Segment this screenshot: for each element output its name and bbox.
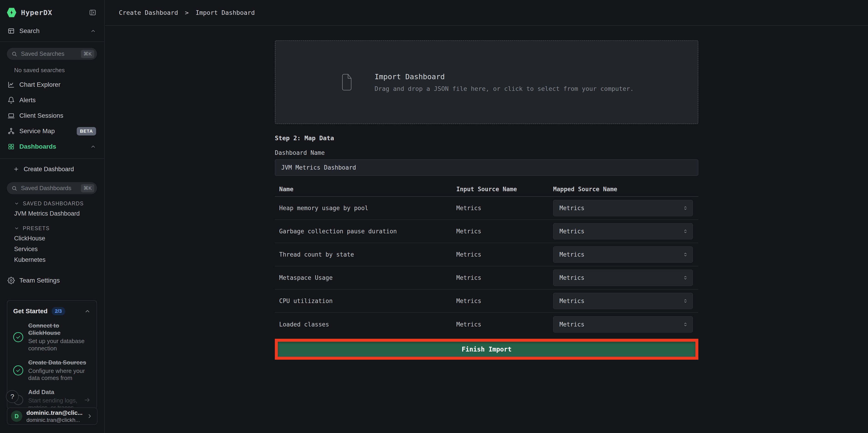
arrow-right-icon <box>84 397 91 403</box>
row-name: Loaded classes <box>275 321 456 328</box>
user-name: dominic.tran@clic... <box>26 409 87 416</box>
progress-badge: 2/3 <box>52 307 65 315</box>
mapped-source-select[interactable]: Metrics <box>553 200 693 216</box>
row-name: Thread count by state <box>275 251 456 258</box>
finish-import-button[interactable]: Finish Import <box>278 342 695 357</box>
preset-list-item[interactable]: Kubernetes <box>0 254 104 265</box>
breadcrumb-separator: > <box>185 9 189 16</box>
row-input-source: Metrics <box>456 228 553 235</box>
task-subtitle: Start sending logs, metrics, or traces <box>28 397 79 409</box>
selector-chevrons-icon <box>682 252 688 257</box>
sidebar-item-label: Dashboards <box>19 143 56 150</box>
chart-icon <box>7 81 15 88</box>
selector-chevrons-icon <box>682 275 688 281</box>
sidebar-item-chart-explorer[interactable]: Chart Explorer <box>0 77 104 92</box>
presets-group-header[interactable]: PRESETS <box>14 223 104 233</box>
table-header: Name Input Source Name Mapped Source Nam… <box>275 182 699 197</box>
chevron-right-icon <box>87 413 93 419</box>
sidebar-nav: Chart Explorer Alerts Client Sessions Se… <box>0 77 104 154</box>
app-root: HyperDX Search Saved Searches ⌘K No save… <box>0 0 868 433</box>
sidebar-item-search[interactable]: Search <box>0 25 104 37</box>
mapped-source-select[interactable]: Metrics <box>553 270 693 286</box>
get-started-item-connect[interactable]: Connect to ClickHouse Set up your databa… <box>13 322 91 352</box>
row-name: CPU utilization <box>275 298 456 304</box>
saved-dashboards-group-header[interactable]: SAVED DASHBOARDS <box>14 199 104 208</box>
select-value: Metrics <box>559 298 585 304</box>
check-circle-icon <box>13 332 23 342</box>
chevron-down-icon <box>14 226 19 231</box>
selector-chevrons-icon <box>682 228 688 234</box>
sidebar-item-service-map[interactable]: Service Map BETA <box>0 123 104 139</box>
service-map-icon <box>7 127 15 135</box>
dashboard-name-input[interactable]: JVM Metrics Dashboard <box>275 159 699 176</box>
preset-list-item[interactable]: Services <box>0 244 104 254</box>
chevron-up-icon[interactable] <box>90 144 96 150</box>
breadcrumb: Create Dashboard > Import Dashboard <box>119 9 255 16</box>
collapse-sidebar-icon[interactable] <box>89 9 97 17</box>
selector-chevrons-icon <box>682 321 688 328</box>
sidebar-item-label: Search <box>19 27 40 35</box>
chevron-up-icon[interactable] <box>84 308 91 314</box>
hyperdx-logo-icon <box>7 8 17 17</box>
chevron-up-icon[interactable] <box>90 28 96 34</box>
preset-list-item[interactable]: ClickHouse <box>0 233 104 244</box>
sidebar: HyperDX Search Saved Searches ⌘K No save… <box>0 0 105 433</box>
topbar: Create Dashboard > Import Dashboard <box>105 0 868 26</box>
table-row: Heap memory usage by pool Metrics Metric… <box>275 197 699 220</box>
file-icon <box>340 73 354 92</box>
dropzone-subtitle: Drag and drop a JSON file here, or click… <box>375 85 634 92</box>
sidebar-item-dashboards[interactable]: Dashboards <box>0 139 104 154</box>
no-saved-searches-text: No saved searches <box>14 67 104 74</box>
row-name: Garbage collection pause duration <box>275 228 456 235</box>
user-account-card[interactable]: D dominic.tran@clic... dominic.tran@clic… <box>7 407 97 425</box>
dashboard-list-item[interactable]: JVM Metrics Dashboard <box>0 208 104 219</box>
shortcut-badge: ⌘K <box>81 184 94 192</box>
table-row: Thread count by state Metrics Metrics <box>275 243 699 266</box>
table-row: Garbage collection pause duration Metric… <box>275 220 699 243</box>
table-row: Metaspace Usage Metrics Metrics <box>275 266 699 289</box>
plus-icon <box>13 166 19 172</box>
sidebar-item-label: Team Settings <box>19 277 60 284</box>
get-started-header: Get Started 2/3 <box>13 307 91 315</box>
get-started-item-add-data[interactable]: Add Data Start sending logs, metrics, or… <box>13 389 91 409</box>
mapped-source-select[interactable]: Metrics <box>553 246 693 263</box>
sidebar-item-team-settings[interactable]: Team Settings <box>0 273 104 288</box>
table-row: Loaded classes Metrics Metrics <box>275 313 699 336</box>
json-file-dropzone[interactable]: Import Dashboard Drag and drop a JSON fi… <box>275 40 699 124</box>
row-input-source: Metrics <box>456 274 553 281</box>
mapped-source-select[interactable]: Metrics <box>553 293 693 309</box>
column-header-name: Name <box>275 186 456 193</box>
divider <box>0 158 104 159</box>
help-button[interactable]: ? <box>6 390 19 403</box>
column-header-mapped-source: Mapped Source Name <box>553 186 699 193</box>
dashboard-name-value: JVM Metrics Dashboard <box>281 164 356 171</box>
select-value: Metrics <box>559 274 585 281</box>
sidebar-item-alerts[interactable]: Alerts <box>0 92 104 108</box>
row-name: Metaspace Usage <box>275 274 456 281</box>
user-email: dominic.tran@clickh... <box>26 417 87 423</box>
laptop-icon <box>7 112 15 119</box>
create-dashboard-button[interactable]: Create Dashboard <box>0 162 104 176</box>
saved-dashboards-placeholder: Saved Dashboards <box>21 185 81 192</box>
mapped-source-select[interactable]: Metrics <box>553 316 693 333</box>
selector-chevrons-icon <box>682 298 688 304</box>
dashboard-name-label: Dashboard Name <box>275 149 699 156</box>
check-circle-icon <box>13 365 23 375</box>
sidebar-item-client-sessions[interactable]: Client Sessions <box>0 108 104 123</box>
divider <box>0 41 104 42</box>
bell-icon <box>7 96 15 104</box>
source-mapping-table: Name Input Source Name Mapped Source Nam… <box>275 182 699 336</box>
breadcrumb-create-dashboard[interactable]: Create Dashboard <box>119 9 178 16</box>
gear-icon <box>7 277 15 284</box>
select-value: Metrics <box>559 251 585 258</box>
row-input-source: Metrics <box>456 321 553 328</box>
breadcrumb-import-dashboard[interactable]: Import Dashboard <box>195 9 255 16</box>
saved-dashboards-input[interactable]: Saved Dashboards ⌘K <box>7 182 97 194</box>
get-started-item-sources[interactable]: Create Data Sources Configure where your… <box>13 359 91 382</box>
main-area: Create Dashboard > Import Dashboard Impo… <box>105 0 868 433</box>
select-value: Metrics <box>559 321 585 328</box>
mapped-source-select[interactable]: Metrics <box>553 223 693 240</box>
column-header-input-source: Input Source Name <box>456 186 553 193</box>
sidebar-item-label: Chart Explorer <box>19 81 61 88</box>
saved-searches-input[interactable]: Saved Searches ⌘K <box>7 48 97 60</box>
